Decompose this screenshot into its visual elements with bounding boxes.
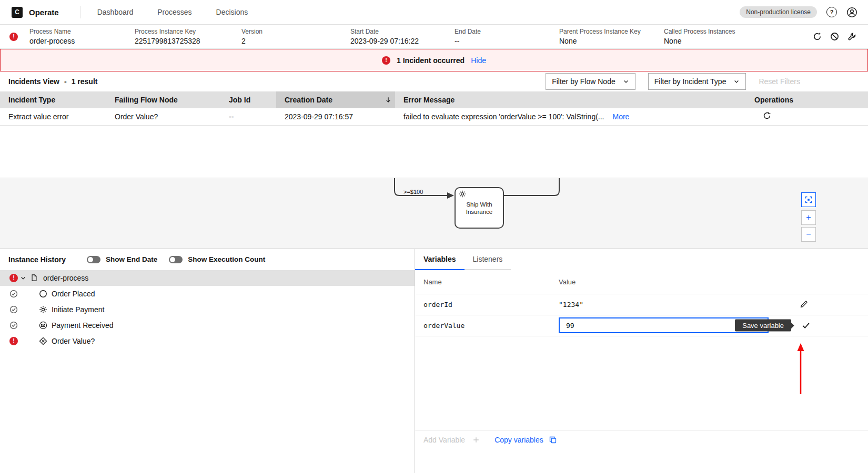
field-label: Start Date [350,28,455,35]
incidents-empty-area [0,126,868,178]
incident-state-icon: ! [9,337,18,345]
col-variable-value: Value [559,278,576,286]
camunda-logo[interactable]: C [12,7,23,18]
field-value: 2251799813725328 [135,37,241,45]
incidents-table: Incident Type Failing Flow Node Job Id C… [0,91,868,126]
alert-glyph: ! [13,275,15,281]
task-label-line1: Ship With [466,201,492,208]
field-called-process-instances: Called Process Instances None [664,28,735,45]
variable-name: orderId [415,301,559,309]
filter-flow-node-dropdown[interactable]: Filter by Flow Node [546,73,635,90]
col-incident-type[interactable]: Incident Type [0,91,106,108]
minus-glyph: − [806,230,811,239]
modify-instance-icon[interactable] [847,32,856,41]
tree-node-label: Order Placed [52,290,95,298]
field-process-name: Process Name order-process [29,28,135,45]
copy-variables-button[interactable]: Copy variables [494,436,557,444]
zoom-in-button[interactable]: + [801,210,816,225]
field-label: End Date [455,28,559,35]
dropdown-label: Filter by Flow Node [552,77,615,86]
toggle-label: Show End Date [106,255,157,263]
incidents-view-title: Incidents View - 1 result [8,77,97,86]
task-ship-with-insurance[interactable] [455,188,503,228]
instance-operations [813,32,868,41]
col-variable-name: Name [415,278,559,286]
incidents-title-separator: - [64,77,67,86]
col-creation-date[interactable]: Creation Date [276,91,395,108]
col-error-message[interactable]: Error Message [395,91,743,108]
save-variable-tooltip: Save variable [735,320,791,332]
alert-glyph: ! [385,57,387,63]
nav-decisions[interactable]: Decisions [212,8,253,16]
variable-row-orderid: orderId "1234" [415,294,868,315]
reset-filters-button: Reset Filters [759,77,800,86]
field-start-date: Start Date 2023-09-29 07:16:22 [350,28,455,45]
show-end-date-toggle[interactable] [87,256,100,263]
retry-incident-icon[interactable] [763,111,771,120]
add-variable-label: Add Variable [423,436,465,444]
instance-history-header: Instance History Show End Date Show Exec… [0,249,415,270]
save-variable-button[interactable] [799,318,813,333]
version-link[interactable]: 2 [241,37,350,45]
show-end-date-toggle-group[interactable]: Show End Date [87,255,157,263]
incident-row[interactable]: Extract value error Order Value? -- 2023… [0,108,868,125]
help-glyph: ? [830,9,834,15]
completed-state-icon [9,305,18,314]
sort-descending-icon [385,96,392,104]
cell-error-message: failed to evaluate expression 'orderValu… [395,108,743,125]
incidents-title-text: Incidents View [8,77,59,86]
hide-incidents-link[interactable]: Hide [471,56,486,65]
cancel-instance-icon[interactable] [830,32,839,41]
field-value: order-process [29,37,135,45]
incidents-toolbar: Incidents View - 1 result Filter by Flow… [0,71,868,91]
plus-icon [472,436,480,444]
chevron-down-icon[interactable] [20,275,26,281]
help-icon[interactable]: ? [826,7,837,17]
service-task-gear-icon [39,305,47,314]
tree-node-initiate-payment[interactable]: Initiate Payment [0,302,415,317]
tab-listeners[interactable]: Listeners [465,249,511,270]
filter-incident-type-dropdown[interactable]: Filter by Incident Type [648,73,746,90]
chevron-down-icon [623,78,629,85]
chevron-down-icon [733,78,740,85]
nav-dashboard[interactable]: Dashboard [93,8,138,16]
cell-operations [743,108,868,125]
tab-variables[interactable]: Variables [415,249,465,270]
tree-node-order-value-gateway[interactable]: ! Order Value? [0,333,415,349]
col-failing-flow-node[interactable]: Failing Flow Node [106,91,220,108]
variable-row-ordervalue: orderValue Save variable [415,315,868,336]
edit-variable-icon[interactable] [796,297,811,312]
cell-creation-date: 2023-09-29 07:16:57 [276,108,395,125]
tree-node-payment-received[interactable]: Payment Received [0,317,415,333]
tree-node-order-process[interactable]: ! order-process [0,270,415,286]
field-label: Called Process Instances [664,28,735,35]
alert-glyph: ! [13,34,15,39]
nav-processes[interactable]: Processes [153,8,196,16]
tree-node-label: order-process [43,274,88,282]
tree-node-order-placed[interactable]: Order Placed [0,286,415,302]
instance-history-title: Instance History [8,255,66,264]
incidents-table-header-row: Incident Type Failing Flow Node Job Id C… [0,91,868,108]
process-document-icon [31,274,38,282]
alert-glyph: ! [13,338,15,344]
copy-variables-label: Copy variables [494,436,543,444]
tree-node-label: Initiate Payment [52,305,104,314]
col-job-id[interactable]: Job Id [220,91,276,108]
start-event-icon [39,290,47,298]
zoom-out-button[interactable]: − [801,227,816,242]
variables-table-header: Name Value [415,270,868,294]
incidents-result-count: 1 result [72,77,98,86]
user-icon[interactable] [846,7,857,18]
variables-panel: Variables Listeners Name Value orderId "… [415,249,868,473]
field-parent-process-instance-key: Parent Process Instance Key None [559,28,664,45]
diagram-reset-icon[interactable] [801,192,816,207]
retry-instance-icon[interactable] [813,32,822,41]
show-execution-count-toggle-group[interactable]: Show Execution Count [169,255,265,263]
sequence-flow-label: >=$100 [403,189,423,195]
completed-state-icon [9,321,18,330]
show-execution-count-toggle[interactable] [169,256,183,263]
error-more-link[interactable]: More [613,112,630,121]
dropdown-label: Filter by Incident Type [654,77,726,86]
col-creation-date-label: Creation Date [285,96,332,104]
bpmn-canvas[interactable]: >=$100 Ship With Insurance [0,178,868,249]
